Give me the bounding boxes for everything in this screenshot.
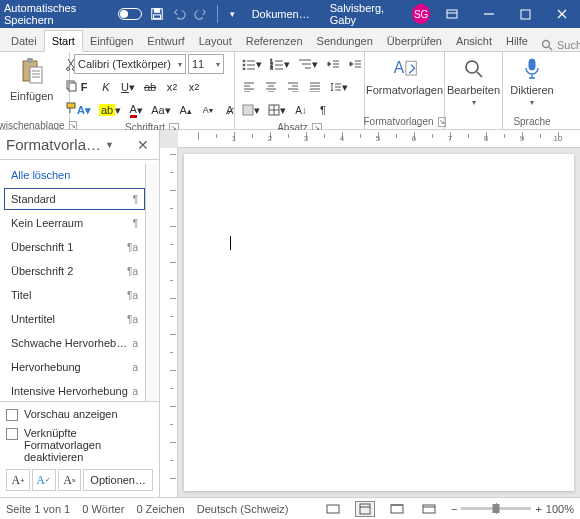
tab-references[interactable]: Referenzen — [239, 31, 310, 51]
autosave-toggle[interactable]: Automatisches Speichern — [4, 2, 142, 26]
styles-icon: A — [392, 56, 418, 82]
vertical-ruler[interactable] — [160, 148, 178, 497]
show-marks-button[interactable]: ¶ — [313, 100, 333, 120]
ribbon-display-icon[interactable] — [438, 0, 466, 28]
undo-icon[interactable] — [172, 6, 186, 22]
styles-pane: Formatvorla… ▼ ✕ Alle löschen Standard¶K… — [0, 130, 160, 497]
shrink-font-button[interactable]: A▾ — [198, 100, 218, 120]
bullets-button[interactable]: ▾ — [239, 54, 265, 74]
tab-mailings[interactable]: Sendungen — [310, 31, 380, 51]
grow-font-button[interactable]: A▴ — [176, 100, 196, 120]
redo-icon[interactable] — [194, 6, 208, 22]
word-count[interactable]: 0 Wörter — [82, 503, 124, 515]
group-font: Calibri (Textkörper)▾ 11▾ F K U▾ ab x2 x… — [70, 52, 235, 129]
bold-button[interactable]: F — [74, 77, 94, 97]
style-item[interactable]: Kein Leerraum¶ — [4, 212, 145, 234]
find-icon — [461, 56, 487, 82]
char-count[interactable]: 0 Zeichen — [136, 503, 184, 515]
language-indicator[interactable]: Deutsch (Schweiz) — [197, 503, 289, 515]
document-title: Dokumen… — [252, 8, 310, 20]
tab-home[interactable]: Start — [44, 30, 83, 52]
print-layout-button[interactable] — [355, 501, 375, 517]
svg-line-65 — [477, 72, 482, 77]
font-name-combo[interactable]: Calibri (Textkörper)▾ — [74, 54, 186, 74]
preview-checkbox[interactable]: Vorschau anzeigen — [6, 408, 153, 421]
editing-button[interactable]: Bearbeiten ▾ — [441, 54, 506, 109]
qat-customize-icon[interactable]: ▾ — [225, 6, 239, 22]
style-item[interactable]: Überschrift 2¶a — [4, 260, 145, 282]
highlight-button[interactable]: ab▾ — [96, 100, 124, 120]
superscript-button[interactable]: x2 — [184, 77, 204, 97]
save-icon[interactable] — [150, 6, 164, 22]
text-effects-button[interactable]: A▾ — [74, 100, 94, 120]
zoom-in-button[interactable]: + — [535, 503, 541, 515]
zoom-control[interactable]: − + 100% — [451, 503, 574, 515]
horizontal-ruler[interactable]: 12345678910 — [178, 130, 580, 148]
tab-view[interactable]: Ansicht — [449, 31, 499, 51]
tab-layout[interactable]: Layout — [192, 31, 239, 51]
web-layout-button[interactable] — [419, 501, 439, 517]
tab-insert[interactable]: Einfügen — [83, 31, 140, 51]
user-avatar[interactable]: SG — [412, 4, 430, 24]
borders-button[interactable]: ▾ — [265, 100, 289, 120]
svg-rect-5 — [521, 10, 530, 19]
read-mode-button[interactable] — [387, 501, 407, 517]
justify-button[interactable] — [305, 77, 325, 97]
pane-close-button[interactable]: ✕ — [133, 137, 153, 153]
minimize-icon[interactable] — [475, 0, 503, 28]
paste-button[interactable]: Einfügen — [4, 54, 59, 104]
subscript-button[interactable]: x2 — [162, 77, 182, 97]
font-color-button[interactable]: A▾ — [126, 100, 146, 120]
style-item[interactable]: Hervorhebunga — [4, 356, 145, 378]
tab-file[interactable]: Datei — [4, 31, 44, 51]
style-item[interactable]: Intensive Hervorhebunga — [4, 380, 145, 401]
dictate-button[interactable]: Diktieren ▾ — [504, 54, 559, 109]
new-style-button[interactable]: A+ — [6, 469, 30, 491]
tab-review[interactable]: Überprüfen — [380, 31, 449, 51]
scrollbar[interactable] — [145, 164, 157, 401]
close-icon[interactable] — [548, 0, 576, 28]
manage-styles-button[interactable]: A» — [58, 469, 82, 491]
search-placeholder: Suchen — [557, 39, 580, 51]
decrease-indent-button[interactable] — [323, 54, 343, 74]
maximize-icon[interactable] — [511, 0, 539, 28]
tab-help[interactable]: Hilfe — [499, 31, 535, 51]
page-viewport[interactable] — [178, 148, 580, 497]
options-button[interactable]: Optionen… — [83, 469, 153, 491]
styles-list: Alle löschen Standard¶Kein Leerraum¶Über… — [0, 159, 159, 401]
underline-button[interactable]: U▾ — [118, 77, 138, 97]
style-item[interactable]: Schwache Hervorhebunga — [4, 332, 145, 354]
align-center-button[interactable] — [261, 77, 281, 97]
line-spacing-button[interactable]: ▾ — [327, 77, 351, 97]
style-item[interactable]: Titel¶a — [4, 284, 145, 306]
page[interactable] — [184, 154, 574, 491]
zoom-slider[interactable] — [461, 507, 531, 510]
shading-button[interactable]: ▾ — [239, 100, 263, 120]
style-inspector-button[interactable]: A✓ — [32, 469, 56, 491]
numbering-button[interactable]: 123▾ — [267, 54, 293, 74]
search-box[interactable]: Suchen — [535, 39, 580, 51]
chevron-down-icon[interactable]: ▼ — [105, 140, 114, 150]
multilevel-list-button[interactable]: ▾ — [295, 54, 321, 74]
italic-button[interactable]: K — [96, 77, 116, 97]
svg-point-22 — [243, 68, 245, 70]
zoom-value[interactable]: 100% — [546, 503, 574, 515]
page-indicator[interactable]: Seite 1 von 1 — [6, 503, 70, 515]
style-item[interactable]: Überschrift 1¶a — [4, 236, 145, 258]
style-item[interactable]: Untertitel¶a — [4, 308, 145, 330]
focus-mode-button[interactable] — [323, 501, 343, 517]
linked-styles-checkbox[interactable]: Verknüpfte Formatvorlagen deaktivieren — [6, 427, 153, 463]
font-size-combo[interactable]: 11▾ — [188, 54, 224, 74]
tab-design[interactable]: Entwurf — [140, 31, 191, 51]
style-item[interactable]: Standard¶ — [4, 188, 145, 210]
clear-all-link[interactable]: Alle löschen — [4, 164, 145, 186]
strikethrough-button[interactable]: ab — [140, 77, 160, 97]
align-left-button[interactable] — [239, 77, 259, 97]
styles-gallery-button[interactable]: A Formatvorlagen — [360, 54, 449, 98]
group-label: Sprache — [513, 116, 550, 127]
zoom-out-button[interactable]: − — [451, 503, 457, 515]
change-case-button[interactable]: Aa▾ — [148, 100, 173, 120]
ribbon-tabs: Datei Start Einfügen Entwurf Layout Refe… — [0, 28, 580, 52]
align-right-button[interactable] — [283, 77, 303, 97]
sort-button[interactable]: A↓ — [291, 100, 311, 120]
